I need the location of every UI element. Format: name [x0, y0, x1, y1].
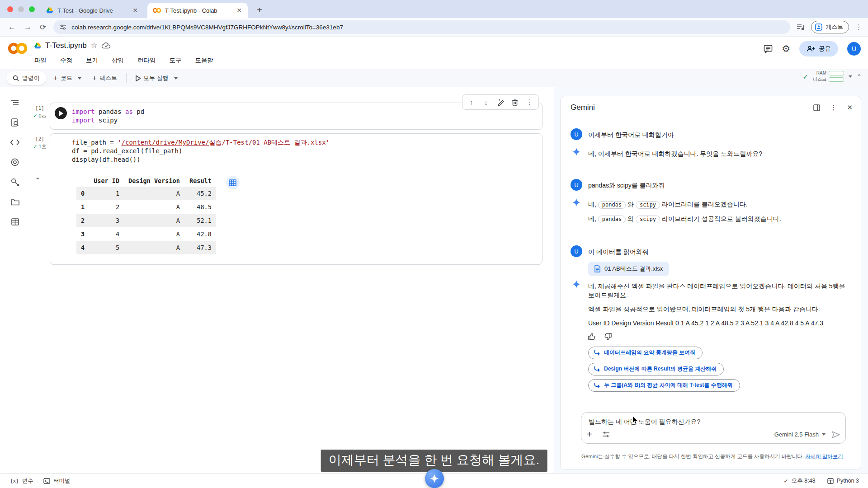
send-icon[interactable] — [832, 431, 840, 438]
variables-button[interactable]: {x} 변수 — [10, 477, 33, 485]
edit-with-ai-icon[interactable] — [494, 96, 507, 108]
inline-code-chip: scipy — [636, 201, 660, 209]
sparkle-icon — [430, 474, 439, 483]
dataframe-table: User IDDesign VersionResult01A45.212A48.… — [76, 175, 216, 254]
add-attachment-icon[interactable]: + — [587, 429, 598, 440]
move-cell-down-icon[interactable]: ↓ — [480, 96, 492, 108]
tab-close-icon[interactable]: ✕ — [235, 7, 243, 14]
chevron-down-icon — [822, 433, 826, 436]
run-cell-button[interactable] — [55, 107, 67, 119]
share-button[interactable]: 공유 — [799, 41, 838, 56]
message-text: 네, 제공해주신 엑셀 파일을 판다스 데이터프레임으로 읽어오겠습니다. 데이… — [588, 280, 850, 328]
thumbs-up-icon[interactable] — [588, 333, 595, 340]
close-panel-icon[interactable]: ✕ — [847, 103, 853, 112]
table-cell: 47.3 — [184, 241, 216, 254]
menu-help[interactable]: 도움말 — [195, 56, 214, 65]
sidebar-find-icon[interactable] — [0, 113, 30, 132]
gemini-fab-button[interactable] — [425, 469, 444, 488]
star-icon[interactable]: ☆ — [91, 41, 98, 50]
window-close-button[interactable] — [7, 6, 13, 12]
model-selector[interactable]: Gemini 2.5 Flash — [774, 431, 826, 438]
collapse-output-icon[interactable]: ⌄ — [35, 173, 41, 181]
add-code-button[interactable]: + 코드 — [50, 71, 85, 85]
sidebar-code-snippets-icon[interactable] — [0, 132, 30, 152]
interactive-table-button[interactable] — [226, 176, 240, 189]
add-text-button[interactable]: + 텍스트 — [89, 71, 121, 85]
browser-profile-chip[interactable]: 게스트 — [811, 21, 849, 33]
tune-icon[interactable] — [602, 431, 610, 438]
tab-colab[interactable]: T-Test.ipynb - Colab ✕ — [147, 3, 248, 18]
code-line: display(df.head()) — [72, 155, 536, 164]
settings-gear-icon[interactable]: ⚙ — [782, 43, 790, 54]
menu-edit[interactable]: 수정 — [60, 56, 72, 65]
sidebar-secrets-key-icon[interactable] — [0, 172, 30, 192]
menu-file[interactable]: 파일 — [34, 56, 47, 65]
gemini-disclaimer: Gemini는 실수할 수 있으므로, 대답을 다시 한번 확인하고 신중하게 … — [581, 453, 853, 460]
user-message: U 이제부터 한국어로 대화할거야 — [571, 128, 850, 140]
prompt-arrow-icon — [594, 382, 600, 388]
code-editor[interactable]: file_path = '/content/drive/MyDrive/실습/T… — [50, 134, 542, 169]
table-cell: 1 — [89, 187, 124, 200]
move-cell-up-icon[interactable]: ↑ — [465, 96, 478, 108]
back-icon[interactable]: ← — [8, 23, 16, 32]
table-cell: 48.5 — [184, 200, 216, 214]
suggestion-chip[interactable]: 데이터프레임의 요약 통계량을 보여줘 — [588, 347, 703, 359]
execution-time: ✓ 1초 — [30, 143, 50, 150]
sidebar-variables-icon[interactable] — [0, 152, 30, 172]
site-info-icon[interactable] — [60, 24, 66, 30]
thumbs-down-icon[interactable] — [604, 333, 612, 340]
panel-resizer[interactable] — [552, 87, 556, 473]
table-cell: 52.1 — [184, 214, 216, 227]
tab-google-drive[interactable]: T-Test - Google Drive ✕ — [41, 3, 144, 18]
suggestion-chip[interactable]: Design 버전에 따른 Result의 평균을 계산해줘 — [588, 363, 724, 375]
reading-list-icon[interactable] — [797, 23, 805, 31]
sidebar-files-icon[interactable] — [0, 192, 30, 212]
menu-insert[interactable]: 삽입 — [112, 56, 124, 65]
gemini-input[interactable]: 빌드하는 데 어떤 도움이 필요하신가요? — [589, 418, 700, 426]
account-avatar[interactable]: U — [847, 42, 861, 56]
comments-icon[interactable] — [764, 45, 773, 53]
reload-icon[interactable]: ⟳ — [40, 23, 46, 32]
cell-more-options-icon[interactable]: ⋮ — [523, 96, 536, 108]
code-line: file_path = '/content/drive/MyDrive/실습/T… — [72, 138, 536, 147]
tab-close-icon[interactable]: ✕ — [131, 7, 139, 14]
browser-menu-icon[interactable]: ⋮ — [855, 23, 862, 31]
forward-icon[interactable]: → — [24, 23, 32, 32]
collapse-header-icon[interactable]: ⌃ — [857, 73, 862, 80]
gemini-input-card[interactable]: 빌드하는 데 어떤 도움이 필요하신가요? + Gemini 2.5 Flash — [581, 412, 846, 444]
table-cell: A — [124, 241, 184, 254]
kernel-label: Python 3 — [837, 478, 859, 484]
window-minimize-button[interactable] — [18, 6, 24, 12]
inline-code-chip: pandas — [598, 201, 626, 209]
learn-more-link[interactable]: 자세히 알아보기 — [805, 454, 843, 459]
connected-check-icon: ✓ — [803, 73, 809, 81]
dock-panel-icon[interactable] — [813, 104, 820, 111]
suggestion-chip-label: 데이터프레임의 요약 통계량을 보여줘 — [604, 349, 695, 357]
menu-runtime[interactable]: 런타임 — [137, 56, 156, 65]
feedback-row — [588, 333, 850, 340]
notebook-title[interactable]: T-Test.ipynb — [45, 41, 87, 50]
run-all-button[interactable]: 모두 실행 — [132, 71, 181, 85]
url-bar[interactable]: colab.research.google.com/drive/1KLBPQMs… — [53, 20, 790, 34]
menu-tools[interactable]: 도구 — [170, 56, 182, 65]
suggestion-chip[interactable]: 두 그룹(A와 B)의 평균 차이에 대해 T-test를 수행해줘 — [588, 379, 740, 392]
new-tab-button[interactable]: + — [253, 4, 266, 17]
command-palette-button[interactable]: 명령어 — [6, 71, 46, 85]
sidebar-table-icon[interactable] — [0, 212, 30, 232]
delete-cell-icon[interactable] — [509, 96, 521, 108]
attached-file-chip[interactable]: 01 AB테스트 결과.xlsx — [588, 262, 669, 276]
resources-dropdown-icon[interactable] — [849, 75, 852, 78]
menu-view[interactable]: 보기 — [86, 56, 98, 65]
resource-gauges[interactable]: RAM 디스크 — [813, 70, 844, 83]
notebook-area: ↑ ↓ ⋮ [1] ✓ 0초 import pandas as pdimport… — [30, 87, 554, 473]
ram-gauge — [829, 71, 844, 75]
panel-more-options-icon[interactable]: ⋮ — [830, 103, 837, 112]
window-zoom-button[interactable] — [29, 6, 35, 12]
success-check-icon: ✓ — [33, 113, 37, 118]
kernel-indicator[interactable]: Python 3 — [827, 478, 859, 484]
model-name: Gemini 2.5 Flash — [774, 431, 819, 438]
gemini-sparkle-icon — [571, 280, 582, 288]
terminal-button[interactable]: 터미널 — [43, 477, 71, 485]
guest-label: 게스트 — [826, 23, 843, 31]
sidebar-toc-icon[interactable] — [0, 93, 30, 113]
